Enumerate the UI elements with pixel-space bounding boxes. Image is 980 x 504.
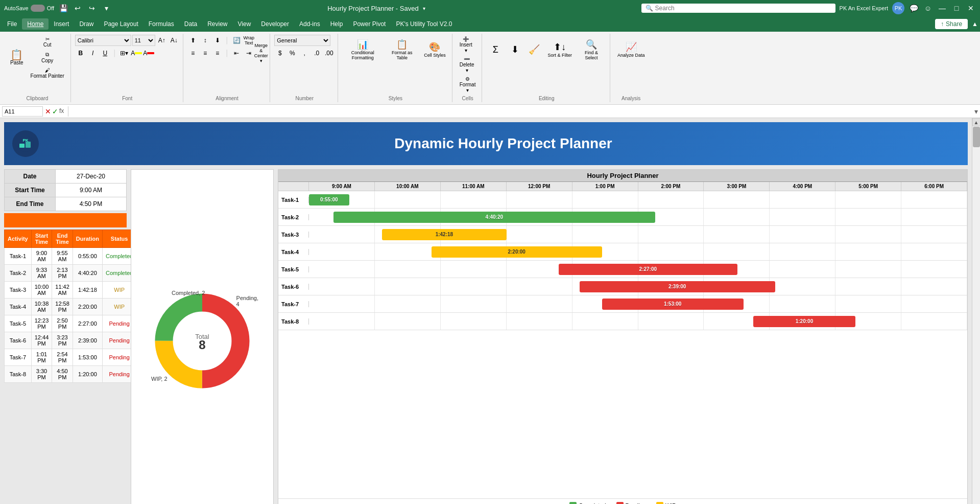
number-format-select[interactable]: General [274,35,330,46]
share-button[interactable]: ↑ Share [935,19,968,29]
menu-page-layout[interactable]: Page Layout [99,18,143,30]
menu-insert[interactable]: Insert [49,18,74,30]
font-size-select[interactable]: 11 [132,35,155,46]
menu-power-pivot[interactable]: Power Pivot [348,18,391,30]
close-button[interactable]: ✕ [966,4,976,12]
font-color-button[interactable]: A [143,48,154,59]
clear-icon: 🧹 [529,44,540,55]
analyze-data-button[interactable]: 📈 Analyze Data [614,35,648,64]
format-painter-button[interactable]: 🖌 Format Painter [28,66,67,80]
wrap-text-button[interactable]: Wrap Text [243,35,254,46]
alignment-label: Alignment [187,95,267,101]
menu-review[interactable]: Review [202,18,232,30]
gantt-grid-col [507,191,572,208]
insert-function-icon[interactable]: fx [59,107,64,116]
minimize-button[interactable]: — [937,4,947,12]
start-time-label: Start Time [5,184,56,197]
cell-styles-button[interactable]: 🎨 Cell Styles [421,35,449,64]
scroll-thumb[interactable] [973,127,980,147]
menu-utility-tool[interactable]: PK's Utility Tool V2.0 [391,18,457,30]
align-left-button[interactable]: ≡ [187,48,199,59]
delete-cells-button[interactable]: ➖ Delete ▾ [457,55,477,75]
save-button[interactable]: 💾 [58,4,68,12]
autosave-toggle[interactable] [31,5,45,12]
align-top-button[interactable]: ⬆ [187,35,199,46]
insert-cells-button[interactable]: ➕ Insert ▾ [457,35,475,55]
sort-filter-button[interactable]: ⬆↓ Sort & Filter [544,35,575,64]
redo-button[interactable]: ↪ [87,4,97,12]
confirm-formula-icon[interactable]: ✓ [52,107,58,116]
menu-home[interactable]: Home [22,18,49,30]
undo-button[interactable]: ↩ [73,4,83,12]
maximize-button[interactable]: □ [951,4,962,12]
gantt-time-label: 9:00 AM [309,182,375,191]
right-scrollbar[interactable]: ▲ ▼ [972,118,980,504]
ribbon: 📋 Paste ✂ Cut ⧉ Copy 🖌 Format Painter Cl… [0,32,980,105]
font-family-select[interactable]: Calibri [75,35,131,46]
format-as-table-button[interactable]: 📋 Format as Table [384,35,420,64]
emoji-button[interactable]: ☺ [923,4,933,12]
gantt-grid-col [375,191,441,208]
cut-button[interactable]: ✂ Cut [28,35,67,49]
fill-button[interactable]: ⬇ [506,35,524,64]
decrease-decimal-button[interactable]: .00 [323,48,334,59]
gantt-grid-col [638,243,704,260]
increase-font-button[interactable]: A↑ [156,35,168,46]
search-input[interactable] [655,5,808,12]
menu-help[interactable]: Help [325,18,348,30]
menu-data[interactable]: Data [179,18,202,30]
percent-button[interactable]: % [286,48,298,59]
copy-button[interactable]: ⧉ Copy [28,50,67,65]
format-cells-button[interactable]: ⚙ Format ▾ [457,75,479,95]
gantt-rows: Task-10:55:00Task-24:40:20Task-31:42:18T… [278,191,967,330]
title-chevron[interactable]: ▾ [423,6,425,11]
underline-button[interactable]: U [100,48,111,59]
menu-developer[interactable]: Developer [256,18,294,30]
paste-label: Paste [10,60,23,65]
customize-qat-button[interactable]: ▾ [101,4,111,12]
decrease-indent-button[interactable]: ⇤ [231,48,242,59]
align-bottom-button[interactable]: ⬇ [212,35,223,46]
name-box[interactable] [2,106,43,117]
user-avatar[interactable]: PK [892,2,904,14]
clear-button[interactable]: 🧹 [525,35,543,64]
conditional-formatting-button[interactable]: 📊 Conditional Formatting [342,35,383,64]
find-select-button[interactable]: 🔍 Find & Select [576,35,607,64]
align-center-button[interactable]: ≡ [200,48,211,59]
add-task-button[interactable] [4,213,127,227]
currency-button[interactable]: $ [274,48,285,59]
collapse-ribbon-button[interactable]: ▲ [972,20,978,28]
scroll-track[interactable] [972,126,980,504]
formula-input[interactable] [73,107,972,116]
decrease-font-button[interactable]: A↓ [169,35,180,46]
font-sep-1: │ [113,50,117,57]
text-direction-button[interactable]: 🔄 [231,35,242,46]
menu-view[interactable]: View [233,18,256,30]
comments-button[interactable]: 💬 [909,4,919,12]
align-middle-button[interactable]: ↕ [200,35,211,46]
scroll-up-button[interactable]: ▲ [972,118,981,126]
increase-decimal-button[interactable]: .0 [311,48,322,59]
align-right-button[interactable]: ≡ [212,48,223,59]
search-box[interactable]: 🔍 [641,4,835,13]
menu-draw[interactable]: Draw [74,18,99,30]
borders-button[interactable]: ⊞▾ [118,48,130,59]
legend-item: WIP [656,502,676,504]
gantt-grid-lines [309,243,967,260]
italic-button[interactable]: I [87,48,99,59]
increase-indent-button[interactable]: ⇥ [243,48,254,59]
gantt-time-label: 10:00 AM [375,182,441,191]
merge-center-button[interactable]: Merge & Center ▾ [255,48,267,59]
bold-button[interactable]: B [75,48,86,59]
cancel-formula-icon[interactable]: ✕ [45,107,51,116]
formula-expand-icon[interactable]: ▾ [974,107,978,116]
menu-formulas[interactable]: Formulas [144,18,179,30]
sum-button[interactable]: Σ [486,35,505,64]
gantt-bar: 2:20:00 [432,246,602,258]
comma-button[interactable]: , [299,48,310,59]
table-cell: 1:01 PM [31,349,52,366]
menu-file[interactable]: File [2,18,22,30]
menu-add-ins[interactable]: Add-ins [294,18,325,30]
fill-color-button[interactable]: A [131,48,142,59]
paste-button[interactable]: 📋 Paste [7,43,27,73]
